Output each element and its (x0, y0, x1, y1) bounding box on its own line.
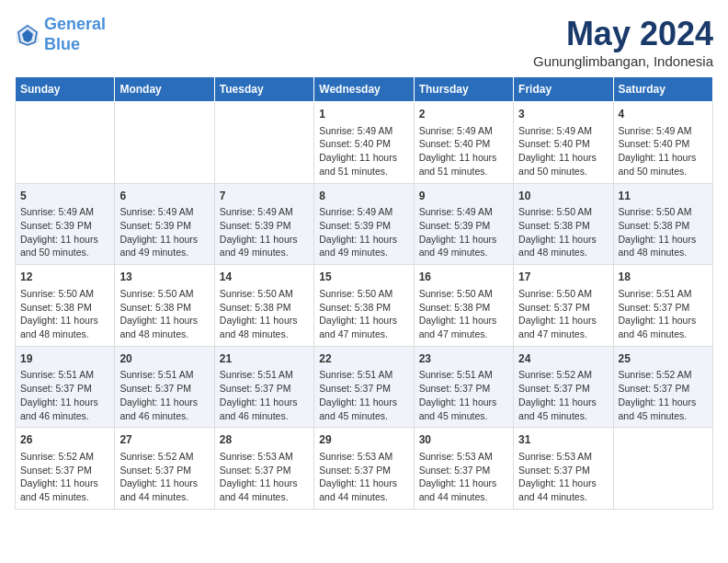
day-number: 3 (518, 107, 608, 122)
calendar-cell: 13Sunrise: 5:50 AMSunset: 5:38 PMDayligh… (115, 265, 214, 347)
day-info: Sunrise: 5:52 AM (119, 450, 209, 464)
subtitle: Gununglimbangan, Indonesia (533, 53, 713, 69)
calendar-cell: 2Sunrise: 5:49 AMSunset: 5:40 PMDaylight… (414, 102, 513, 184)
calendar-cell (115, 102, 214, 184)
header-row: SundayMondayTuesdayWednesdayThursdayFrid… (16, 77, 713, 102)
week-row-1: 1Sunrise: 5:49 AMSunset: 5:40 PMDaylight… (16, 102, 713, 184)
day-info: Daylight: 11 hours and 45 minutes. (518, 396, 608, 422)
day-info: Sunset: 5:39 PM (20, 219, 109, 233)
day-info: Daylight: 11 hours and 45 minutes. (20, 477, 109, 503)
day-number: 25 (619, 351, 708, 367)
day-info: Sunset: 5:38 PM (319, 301, 408, 315)
day-info: Sunrise: 5:50 AM (20, 287, 109, 301)
day-info: Sunset: 5:40 PM (619, 137, 708, 151)
calendar-cell: 26Sunrise: 5:52 AMSunset: 5:37 PMDayligh… (16, 428, 115, 510)
calendar-cell (214, 102, 313, 184)
day-number: 30 (419, 432, 508, 448)
day-info: Daylight: 11 hours and 48 minutes. (220, 314, 309, 340)
day-info: Daylight: 11 hours and 49 minutes. (319, 233, 408, 259)
calendar-cell: 30Sunrise: 5:53 AMSunset: 5:37 PMDayligh… (414, 428, 513, 510)
logo-text: General Blue (44, 15, 106, 54)
day-info: Sunrise: 5:49 AM (319, 124, 408, 138)
logo-icon (15, 22, 40, 48)
day-info: Daylight: 11 hours and 50 minutes. (518, 151, 608, 178)
day-info: Sunset: 5:39 PM (319, 219, 408, 233)
day-number: 19 (20, 351, 109, 367)
day-header-sunday: Sunday (16, 77, 115, 102)
day-info: Sunrise: 5:50 AM (119, 287, 209, 301)
day-info: Sunrise: 5:53 AM (518, 450, 608, 464)
calendar-cell: 8Sunrise: 5:49 AMSunset: 5:39 PMDaylight… (314, 183, 414, 265)
day-info: Sunset: 5:39 PM (119, 219, 209, 233)
day-info: Daylight: 11 hours and 44 minutes. (119, 477, 209, 503)
day-info: Sunset: 5:37 PM (319, 464, 408, 477)
day-info: Sunrise: 5:53 AM (419, 450, 508, 464)
day-info: Daylight: 11 hours and 46 minutes. (119, 396, 209, 422)
day-info: Daylight: 11 hours and 51 minutes. (319, 151, 408, 178)
week-row-3: 12Sunrise: 5:50 AMSunset: 5:38 PMDayligh… (16, 265, 713, 347)
day-info: Sunset: 5:39 PM (220, 219, 309, 233)
day-number: 10 (518, 189, 608, 204)
calendar-cell: 27Sunrise: 5:52 AMSunset: 5:37 PMDayligh… (115, 428, 214, 510)
day-header-wednesday: Wednesday (314, 77, 414, 102)
day-number: 11 (619, 189, 708, 204)
day-info: Daylight: 11 hours and 47 minutes. (419, 314, 508, 340)
day-info: Daylight: 11 hours and 50 minutes. (619, 151, 708, 178)
day-info: Sunset: 5:37 PM (518, 464, 608, 477)
day-number: 14 (220, 270, 309, 285)
calendar-cell: 17Sunrise: 5:50 AMSunset: 5:37 PMDayligh… (514, 265, 613, 347)
calendar-cell: 9Sunrise: 5:49 AMSunset: 5:39 PMDaylight… (414, 183, 513, 265)
day-info: Sunrise: 5:49 AM (20, 205, 109, 219)
day-info: Sunrise: 5:49 AM (518, 124, 608, 138)
day-info: Sunset: 5:40 PM (419, 137, 508, 151)
day-info: Sunrise: 5:50 AM (419, 287, 508, 301)
day-info: Sunset: 5:37 PM (319, 382, 408, 396)
day-number: 28 (220, 432, 309, 448)
day-info: Sunrise: 5:51 AM (119, 368, 209, 382)
day-info: Sunrise: 5:51 AM (319, 368, 408, 382)
calendar-cell: 4Sunrise: 5:49 AMSunset: 5:40 PMDaylight… (613, 102, 712, 184)
calendar-table: SundayMondayTuesdayWednesdayThursdayFrid… (15, 76, 713, 510)
day-info: Sunset: 5:37 PM (518, 382, 608, 396)
day-info: Sunrise: 5:52 AM (619, 368, 708, 382)
calendar-cell: 19Sunrise: 5:51 AMSunset: 5:37 PMDayligh… (16, 346, 115, 428)
day-info: Sunset: 5:38 PM (419, 301, 508, 315)
calendar-cell: 18Sunrise: 5:51 AMSunset: 5:37 PMDayligh… (613, 265, 712, 347)
day-number: 21 (220, 351, 309, 367)
day-info: Sunrise: 5:51 AM (20, 368, 109, 382)
day-info: Daylight: 11 hours and 51 minutes. (419, 151, 508, 178)
day-info: Sunset: 5:40 PM (319, 137, 408, 151)
week-row-5: 26Sunrise: 5:52 AMSunset: 5:37 PMDayligh… (16, 428, 713, 510)
day-info: Sunrise: 5:51 AM (220, 368, 309, 382)
day-number: 16 (419, 270, 508, 285)
day-info: Sunset: 5:37 PM (518, 301, 608, 315)
day-info: Sunrise: 5:52 AM (20, 450, 109, 464)
day-number: 6 (119, 189, 209, 204)
calendar-cell: 25Sunrise: 5:52 AMSunset: 5:37 PMDayligh… (613, 346, 712, 428)
day-info: Sunset: 5:37 PM (20, 382, 109, 396)
day-info: Sunset: 5:37 PM (419, 382, 508, 396)
calendar-cell: 6Sunrise: 5:49 AMSunset: 5:39 PMDaylight… (115, 183, 214, 265)
day-info: Daylight: 11 hours and 48 minutes. (20, 314, 109, 340)
day-info: Sunset: 5:37 PM (220, 382, 309, 396)
day-number: 22 (319, 351, 408, 367)
day-info: Sunrise: 5:49 AM (119, 205, 209, 219)
day-info: Daylight: 11 hours and 49 minutes. (220, 233, 309, 259)
calendar-cell: 22Sunrise: 5:51 AMSunset: 5:37 PMDayligh… (314, 346, 414, 428)
day-info: Sunrise: 5:49 AM (220, 205, 309, 219)
day-info: Daylight: 11 hours and 48 minutes. (518, 233, 608, 259)
day-info: Sunset: 5:39 PM (419, 219, 508, 233)
day-info: Daylight: 11 hours and 46 minutes. (20, 396, 109, 422)
day-info: Daylight: 11 hours and 45 minutes. (419, 396, 508, 422)
main-title: May 2024 (533, 15, 713, 53)
calendar-cell: 16Sunrise: 5:50 AMSunset: 5:38 PMDayligh… (414, 265, 513, 347)
day-number: 17 (518, 270, 608, 285)
day-number: 27 (119, 432, 209, 448)
calendar-cell: 3Sunrise: 5:49 AMSunset: 5:40 PMDaylight… (514, 102, 613, 184)
day-info: Sunrise: 5:51 AM (619, 287, 708, 301)
day-number: 8 (319, 189, 408, 204)
calendar-cell: 7Sunrise: 5:49 AMSunset: 5:39 PMDaylight… (214, 183, 313, 265)
header: General Blue May 2024 Gununglimbangan, I… (15, 15, 713, 69)
day-info: Daylight: 11 hours and 45 minutes. (619, 396, 708, 422)
day-number: 1 (319, 107, 408, 122)
